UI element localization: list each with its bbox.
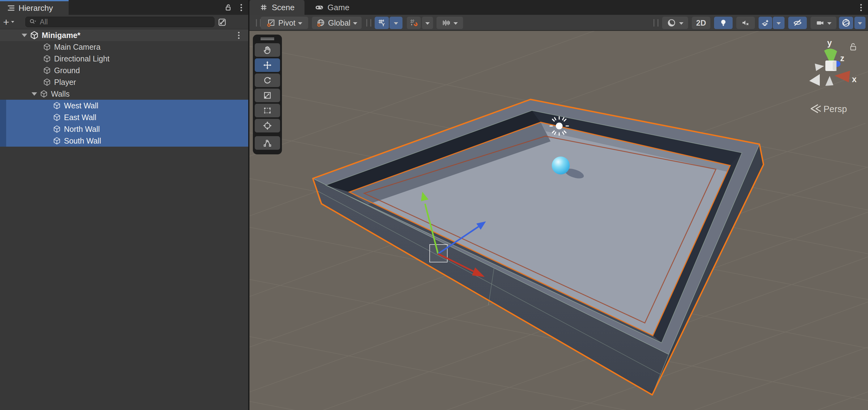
globe-icon bbox=[316, 18, 326, 28]
tree-item-east-wall[interactable]: East Wall bbox=[0, 111, 248, 123]
hierarchy-tabbar: Hierarchy bbox=[0, 0, 248, 15]
gameobject-cube-icon bbox=[43, 66, 51, 75]
scene-more-options-icon[interactable] bbox=[238, 32, 240, 39]
speaker-muted-icon bbox=[741, 18, 750, 28]
eye-crossed-icon bbox=[793, 18, 803, 28]
grid-magnet-icon bbox=[409, 18, 418, 28]
tree-item-walls[interactable]: Walls bbox=[0, 88, 248, 100]
hierarchy-more-options-icon[interactable] bbox=[241, 4, 242, 11]
pivot-dropdown[interactable]: Pivot bbox=[260, 17, 308, 29]
unity-scene-icon bbox=[30, 31, 39, 40]
scene-lighting-toggle[interactable] bbox=[714, 17, 733, 29]
tab-hierarchy[interactable]: Hierarchy bbox=[0, 0, 69, 15]
gizmos-toggle[interactable] bbox=[839, 17, 853, 29]
scene-panel: Scene Game Pivot bbox=[249, 0, 868, 410]
scale-tool-button[interactable] bbox=[255, 89, 280, 102]
rect-tool-icon bbox=[263, 106, 272, 115]
hierarchy-panel: Hierarchy + bbox=[0, 0, 248, 410]
hierarchy-list-icon bbox=[7, 4, 16, 12]
gameobject-cube-icon bbox=[43, 54, 51, 63]
camera-icon bbox=[815, 18, 825, 28]
toolbar-drag-handle[interactable] bbox=[256, 19, 261, 27]
item-label: Player bbox=[54, 78, 76, 87]
effects-toggle[interactable] bbox=[758, 17, 772, 29]
toolbar-drag-handle[interactable] bbox=[653, 19, 658, 27]
grid-visibility-toggle[interactable]: Y bbox=[375, 17, 389, 29]
snap-dropdown[interactable] bbox=[422, 17, 433, 29]
item-label: Ground bbox=[54, 66, 80, 75]
rect-tool-button[interactable] bbox=[255, 104, 280, 117]
tree-item-directional-light[interactable]: Directional Light bbox=[0, 53, 248, 65]
plus-icon: + bbox=[3, 17, 9, 27]
gameobject-cube-icon bbox=[53, 101, 61, 110]
shading-mode-dropdown[interactable] bbox=[662, 17, 688, 29]
hierarchy-search-field[interactable] bbox=[25, 17, 215, 27]
scene-visibility-toggle[interactable] bbox=[788, 17, 807, 29]
scene-tabbar: Scene Game bbox=[249, 0, 868, 15]
unlock-icon[interactable] bbox=[224, 3, 232, 12]
directional-light-gizmo[interactable] bbox=[550, 117, 568, 135]
camera-settings-dropdown[interactable] bbox=[810, 17, 836, 29]
tab-scene[interactable]: Scene bbox=[249, 0, 305, 15]
item-label: Main Camera bbox=[54, 43, 100, 52]
chevron-down-icon bbox=[827, 22, 832, 25]
chevron-down-icon bbox=[454, 22, 458, 25]
chevron-down-icon bbox=[858, 22, 862, 25]
move-tool-button[interactable] bbox=[255, 58, 280, 72]
projection-label: Persp bbox=[824, 104, 847, 114]
custom-tool-icon bbox=[263, 138, 272, 147]
player-sphere[interactable] bbox=[552, 157, 570, 174]
global-dropdown[interactable]: Global bbox=[312, 17, 362, 29]
view-tool-button[interactable] bbox=[255, 43, 280, 57]
chevron-down-icon bbox=[353, 22, 357, 25]
lightbulb-icon bbox=[719, 18, 728, 28]
scene-more-options-icon[interactable] bbox=[860, 4, 862, 11]
chevron-down-icon bbox=[776, 22, 781, 25]
gizmos-dropdown[interactable] bbox=[855, 17, 866, 29]
snap-toggle[interactable] bbox=[407, 17, 421, 29]
shaded-sphere-icon bbox=[667, 18, 677, 28]
toolbar-drag-handle[interactable] bbox=[366, 19, 371, 27]
grid-visibility-dropdown[interactable] bbox=[390, 17, 402, 29]
item-label: East Wall bbox=[64, 113, 96, 122]
scene-canvas[interactable]: y z x Persp bbox=[249, 31, 868, 410]
tree-item-main-camera[interactable]: Main Camera bbox=[0, 41, 248, 53]
pivot-label: Pivot bbox=[278, 19, 296, 28]
scene-viewport[interactable]: y z x Persp bbox=[249, 31, 868, 410]
audio-mute-toggle[interactable] bbox=[736, 17, 755, 29]
effects-dropdown[interactable] bbox=[773, 17, 784, 29]
overlay-drag-handle[interactable] bbox=[260, 38, 274, 40]
tools-overlay bbox=[253, 35, 282, 155]
unity-editor-window: Hierarchy + bbox=[0, 0, 868, 410]
item-label: South Wall bbox=[64, 136, 101, 145]
tree-item-south-wall[interactable]: South Wall bbox=[0, 135, 248, 147]
create-object-button[interactable]: + bbox=[3, 17, 14, 27]
foldout-open-icon[interactable] bbox=[32, 92, 37, 96]
foldout-open-icon[interactable] bbox=[22, 34, 27, 37]
gizmo-sphere-icon bbox=[841, 18, 851, 28]
tree-item-west-wall[interactable]: West Wall bbox=[0, 100, 248, 111]
custom-tool-button[interactable] bbox=[255, 136, 280, 150]
transform-tool-button[interactable] bbox=[255, 119, 280, 132]
chevron-down-icon bbox=[394, 22, 398, 25]
rotate-tool-button[interactable] bbox=[255, 73, 280, 87]
gameobject-cube-icon bbox=[43, 78, 51, 87]
rotate-icon bbox=[263, 76, 272, 85]
item-label: North Wall bbox=[64, 125, 100, 134]
transform-combined-icon bbox=[263, 121, 272, 130]
scene-name-label: Minigame* bbox=[42, 31, 81, 40]
scene-row-minigame[interactable]: Minigame* bbox=[0, 29, 248, 41]
increment-ruler-icon bbox=[442, 18, 451, 28]
scale-icon bbox=[263, 91, 272, 100]
tree-item-ground[interactable]: Ground bbox=[0, 65, 248, 76]
tree-item-north-wall[interactable]: North Wall bbox=[0, 123, 248, 135]
scene-tab-label: Scene bbox=[272, 3, 294, 12]
tab-game[interactable]: Game bbox=[305, 0, 360, 15]
tree-item-player[interactable]: Player bbox=[0, 76, 248, 88]
2d-mode-toggle[interactable]: 2D bbox=[692, 17, 710, 29]
search-input[interactable] bbox=[39, 18, 189, 27]
gamepad-icon bbox=[315, 3, 324, 12]
scene-grid-icon bbox=[259, 3, 268, 12]
snap-increment-dropdown[interactable] bbox=[436, 17, 463, 29]
pick-object-button[interactable] bbox=[217, 17, 227, 27]
